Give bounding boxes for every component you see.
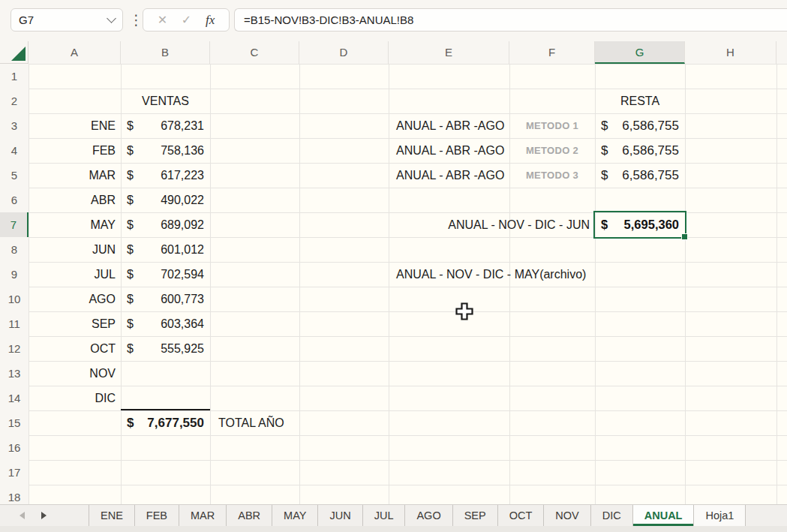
cell-month-value[interactable]: $600,773 [121, 287, 210, 311]
sheet-tab-label: JUL [374, 509, 394, 521]
spreadsheet-grid[interactable]: ABCDEFGH 123456789101112131415161718 ENE… [0, 41, 787, 504]
cell-month-value[interactable]: $758,136 [121, 138, 210, 163]
cell-month-label[interactable]: JUN [29, 237, 121, 262]
cell-method-label[interactable]: METODO 1 [509, 113, 595, 138]
sheet-tab-hoja1[interactable]: Hoja1 [694, 505, 746, 526]
cell-method-expression[interactable]: ANUAL - ABR -AGO [392, 138, 520, 163]
cell-month-value[interactable]: $555,925 [121, 336, 210, 361]
cell-month-label[interactable]: OCT [29, 336, 121, 361]
cell-month-label[interactable]: NOV [29, 361, 121, 386]
cell-total-label[interactable]: TOTAL AÑO [215, 410, 342, 435]
row-header-15[interactable]: 15 [0, 410, 29, 435]
cell-month-label[interactable]: AGO [29, 287, 121, 311]
tab-scroll-left-icon[interactable] [20, 512, 25, 519]
row-header-16[interactable]: 16 [0, 435, 29, 460]
cell-month-value[interactable]: $702,594 [121, 262, 210, 287]
sheet-tab-jul[interactable]: JUL [363, 505, 406, 526]
selected-cell-g7[interactable]: $ 5,695,360 [593, 211, 686, 239]
cell-month-label[interactable]: MAY [29, 212, 121, 237]
column-header-e[interactable]: E [389, 41, 509, 64]
cell-month-value[interactable]: $689,092 [121, 212, 210, 237]
cell-method-expression[interactable]: ANUAL - ABR -AGO [392, 163, 520, 188]
sheet-tab-may[interactable]: MAY [272, 505, 318, 526]
row-header-13[interactable]: 13 [0, 361, 29, 386]
insert-function-icon[interactable]: fx [206, 13, 215, 28]
cell-month-label[interactable]: ENE [29, 113, 121, 138]
row-header-1[interactable]: 1 [0, 64, 29, 89]
cell-pending-calc-expression[interactable]: ANUAL - NOV - DIC - MAY(archivo) [392, 262, 632, 287]
column-header-label: D [340, 46, 348, 59]
sheet-tab-ene[interactable]: ENE [89, 505, 135, 526]
fill-handle[interactable] [681, 233, 688, 240]
row-header-11[interactable]: 11 [0, 311, 29, 336]
cell-method-expression[interactable]: ANUAL - ABR -AGO [392, 113, 520, 138]
cell-month-label[interactable]: ABR [29, 188, 121, 212]
cell-month-label[interactable]: SEP [29, 311, 121, 336]
cell-month-label[interactable]: MAR [29, 163, 121, 188]
sheet-tab-label: SEP [464, 509, 486, 521]
cell-month-label[interactable]: JUL [29, 262, 121, 287]
sheet-tab-dic[interactable]: DIC [591, 505, 633, 526]
enter-icon[interactable]: ✓ [182, 13, 191, 27]
row-header-5[interactable]: 5 [0, 163, 29, 188]
cell-method-value[interactable]: $6,586,755 [595, 113, 685, 138]
row-header-12[interactable]: 12 [0, 336, 29, 361]
selected-calc-value: 5,695,360 [624, 218, 679, 232]
row-header-17[interactable]: 17 [0, 460, 29, 485]
row-header-9[interactable]: 9 [0, 262, 29, 287]
row-header-6[interactable]: 6 [0, 188, 29, 212]
sheet-tab-jun[interactable]: JUN [318, 505, 362, 526]
currency-symbol: $ [127, 237, 134, 262]
cell-month-value[interactable]: $490,022 [121, 188, 210, 212]
cell-ventas-header[interactable]: VENTAS [121, 89, 210, 113]
sheet-tab-feb[interactable]: FEB [135, 505, 179, 526]
month-label: AGO [89, 293, 116, 305]
chevron-down-icon[interactable] [107, 14, 116, 23]
column-header-a[interactable]: A [29, 41, 121, 64]
column-header-c[interactable]: C [210, 41, 299, 64]
cell-month-value[interactable]: $603,364 [121, 311, 210, 336]
tab-scroll-right-icon[interactable] [41, 512, 47, 519]
cell-month-value[interactable]: $678,231 [121, 113, 210, 138]
sheet-tab-ago[interactable]: AGO [405, 505, 452, 526]
cell-method-value[interactable]: $6,586,755 [595, 163, 685, 188]
cell-method-label[interactable]: METODO 2 [509, 138, 595, 163]
sheet-tab-anual[interactable]: ANUAL [633, 505, 695, 526]
sheet-tab-nov[interactable]: NOV [544, 505, 590, 526]
cell-selected-calc-expression[interactable]: ANUAL - NOV - DIC - JUN [338, 212, 593, 237]
column-header-h[interactable]: H [685, 41, 776, 64]
column-header-d[interactable]: D [299, 41, 389, 64]
column-header-g[interactable]: G [595, 41, 685, 64]
cell-resta-header[interactable]: RESTA [595, 89, 685, 113]
cell-month-value[interactable]: $617,223 [121, 163, 210, 188]
sheet-tab-mar[interactable]: MAR [179, 505, 227, 526]
currency-symbol: $ [601, 138, 608, 163]
row-header-14[interactable]: 14 [0, 386, 29, 410]
row-header-4[interactable]: 4 [0, 138, 29, 163]
cell-month-value[interactable] [121, 386, 210, 410]
cell-month-value[interactable]: $601,012 [121, 237, 210, 262]
select-all-corner[interactable] [0, 41, 29, 64]
column-header-b[interactable]: B [121, 41, 210, 64]
sheet-tab-oct[interactable]: OCT [498, 505, 545, 526]
name-box[interactable]: G7 [11, 8, 123, 32]
cell-month-label[interactable]: FEB [29, 138, 121, 163]
sheet-tab-sep[interactable]: SEP [453, 505, 498, 526]
row-header-7[interactable]: 7 [0, 212, 29, 237]
row-header-18[interactable]: 18 [0, 485, 29, 504]
cell-method-label[interactable]: METODO 3 [509, 163, 595, 188]
sheet-tab-abr[interactable]: ABR [227, 505, 272, 526]
cell-month-value[interactable] [121, 361, 210, 386]
row-header-3[interactable]: 3 [0, 113, 29, 138]
formula-bar[interactable]: =B15-NOV!B3-DIC!B3-ANUAL!B8 [234, 8, 787, 32]
column-header-f[interactable]: F [509, 41, 595, 64]
cell-total-value[interactable]: $ 7,677,550 [121, 410, 210, 435]
row-header-8[interactable]: 8 [0, 237, 29, 262]
row-header-10[interactable]: 10 [0, 287, 29, 311]
cell-method-value[interactable]: $6,586,755 [595, 138, 685, 163]
row-header-2[interactable]: 2 [0, 89, 29, 113]
cell-month-label[interactable]: DIC [29, 386, 121, 410]
grip-dots-icon[interactable]: ⋮ [129, 11, 143, 30]
month-value: 603,364 [161, 311, 204, 336]
cancel-icon[interactable]: ✕ [158, 13, 167, 27]
